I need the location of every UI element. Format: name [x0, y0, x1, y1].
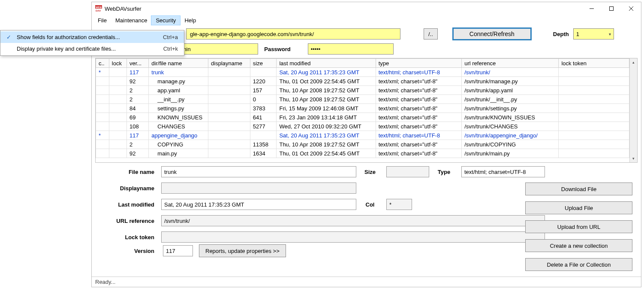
version-label: Version — [97, 248, 157, 254]
cell-lock — [109, 68, 126, 77]
cell-type: text/xml; charset="utf-8" — [376, 140, 461, 149]
file-table[interactable]: c.. lock ver... dir/file name displaynam… — [96, 58, 629, 158]
cell-ver: 117 — [126, 131, 148, 140]
type-field[interactable] — [461, 166, 545, 177]
table-row[interactable]: *117trunkSat, 20 Aug 2011 17:35:23 GMTte… — [96, 68, 629, 77]
cell-lt — [559, 140, 629, 149]
cell-sz — [250, 131, 277, 140]
security-menu-popup: ✓ Show fields for authorization credenti… — [0, 30, 184, 56]
menuitem-accel: Ctrl+k — [163, 46, 178, 52]
table-row[interactable]: 2__init__.py0Thu, 10 Apr 2008 19:27:52 G… — [96, 95, 629, 104]
cell-lm: Thu, 10 Apr 2008 19:27:52 GMT — [277, 86, 376, 95]
scroll-up-arrow-icon[interactable]: ▴ — [630, 58, 637, 66]
svg-text:DAV: DAV — [96, 9, 101, 12]
cell-lock — [109, 149, 126, 158]
cell-lm: Fri, 23 Jan 2009 13:14:18 GMT — [277, 113, 376, 122]
cell-ver: 2 — [126, 86, 148, 95]
menu-file[interactable]: File — [93, 16, 111, 25]
vertical-scrollbar[interactable]: ▴ ▾ — [629, 58, 637, 162]
table-row[interactable]: 92main.py1634Thu, 01 Oct 2009 22:54:45 G… — [96, 149, 629, 158]
scroll-down-arrow-icon[interactable]: ▾ — [630, 155, 637, 162]
cell-lt — [559, 95, 629, 104]
col-type[interactable]: type — [376, 59, 461, 68]
cell-lock — [109, 131, 126, 140]
reports-button[interactable]: Reports, update properties >> — [199, 244, 286, 257]
download-file-button[interactable]: Download File — [525, 183, 632, 195]
type-label: Type — [433, 169, 457, 175]
menubar: File Maintenance Security Help — [92, 15, 641, 25]
locktoken-field — [161, 231, 545, 243]
col-url[interactable]: url reference — [462, 59, 559, 68]
col-sz[interactable]: size — [250, 59, 277, 68]
table-header-row[interactable]: c.. lock ver... dir/file name displaynam… — [96, 59, 629, 68]
table-row[interactable]: 92manage.py1220Thu, 01 Oct 2009 22:54:45… — [96, 77, 629, 86]
cell-sz: 1634 — [250, 149, 277, 158]
cell-dn — [208, 131, 250, 140]
cell-sz: 1220 — [250, 77, 277, 86]
version-field[interactable] — [163, 245, 193, 256]
lastmod-field[interactable] — [161, 199, 356, 210]
create-collection-button[interactable]: Create a new collection — [525, 239, 632, 252]
col-dn[interactable]: displayname — [208, 59, 250, 68]
cell-url: /svn/trunk/app.yaml — [462, 86, 559, 95]
up-dir-button[interactable]: /.. — [424, 28, 438, 40]
menuitem-show-auth-fields[interactable]: ✓ Show fields for authorization credenti… — [0, 31, 184, 43]
cell-c: * — [96, 68, 109, 77]
cell-fn: appengine_django — [149, 131, 208, 140]
cell-ver: 2 — [126, 140, 148, 149]
statusbar: Ready... — [92, 277, 641, 287]
col-lm[interactable]: last modified — [277, 59, 376, 68]
col-fn[interactable]: dir/file name — [149, 59, 208, 68]
cell-url: /svn/trunk/__init__.py — [462, 95, 559, 104]
table-row[interactable]: 69KNOWN_ISSUES641Fri, 23 Jan 2009 13:14:… — [96, 113, 629, 122]
menu-security[interactable]: Security — [151, 16, 180, 25]
upload-from-url-button[interactable]: Upload from URL — [525, 220, 632, 233]
filename-field[interactable] — [161, 166, 356, 177]
cell-lt — [559, 131, 629, 140]
cell-c — [96, 95, 109, 104]
depth-select[interactable]: 1 ▾ — [573, 28, 614, 40]
cell-c — [96, 113, 109, 122]
table-row[interactable]: 2COPYING11358Thu, 10 Apr 2008 19:27:52 G… — [96, 140, 629, 149]
cell-type: text/html; charset=UTF-8 — [376, 68, 461, 77]
menu-help[interactable]: Help — [180, 16, 200, 25]
table-row[interactable]: *117appengine_djangoSat, 20 Aug 2011 17:… — [96, 131, 629, 140]
cell-lt — [559, 122, 629, 131]
cell-type: text/xml; charset="utf-8" — [376, 95, 461, 104]
menuitem-display-cert-files[interactable]: Display private key and certificate file… — [0, 43, 184, 55]
cell-lm: Thu, 10 Apr 2008 19:27:52 GMT — [277, 140, 376, 149]
cell-sz: 5277 — [250, 122, 277, 131]
cell-url: /svn/trunk/appengine_django/ — [462, 131, 559, 140]
table-row[interactable]: 84settings.py3783Fri, 15 May 2009 12:46:… — [96, 104, 629, 113]
cell-lock — [109, 140, 126, 149]
close-button[interactable] — [621, 2, 641, 15]
cell-c — [96, 149, 109, 158]
cell-fn: COPYING — [149, 140, 208, 149]
cell-lock — [109, 122, 126, 131]
svg-rect-5 — [610, 7, 614, 11]
displayname-field — [161, 183, 356, 194]
cell-ver: 69 — [126, 113, 148, 122]
userid-input[interactable] — [172, 43, 258, 55]
upload-file-button[interactable]: Upload File — [525, 201, 632, 214]
menu-maintenance[interactable]: Maintenance — [111, 16, 151, 25]
col-lock[interactable]: lock — [109, 59, 126, 68]
cell-fn: trunk — [149, 68, 208, 77]
url-input[interactable] — [186, 28, 400, 40]
connect-refresh-button[interactable]: Connect/Refresh — [452, 27, 532, 40]
col-lt[interactable]: lock token — [559, 59, 629, 68]
cell-url: /svn/trunk/COPYING — [462, 140, 559, 149]
col-c[interactable]: c.. — [96, 59, 109, 68]
cell-lm: Thu, 10 Apr 2008 19:27:52 GMT — [277, 95, 376, 104]
urlref-label: URL reference — [97, 218, 157, 224]
maximize-button[interactable] — [602, 2, 621, 15]
table-row[interactable]: 2app.yaml157Thu, 10 Apr 2008 19:27:52 GM… — [96, 86, 629, 95]
password-input[interactable] — [308, 43, 394, 55]
cell-lt — [559, 86, 629, 95]
col-ver[interactable]: ver... — [126, 59, 148, 68]
cell-type: text/xml; charset="utf-8" — [376, 86, 461, 95]
cell-type: text/xml; charset="utf-8" — [376, 104, 461, 113]
delete-button[interactable]: Delete a File or Collection — [525, 258, 632, 271]
table-row[interactable]: 108CHANGES5277Wed, 27 Oct 2010 09:32:20 … — [96, 122, 629, 131]
minimize-button[interactable] — [582, 2, 602, 15]
